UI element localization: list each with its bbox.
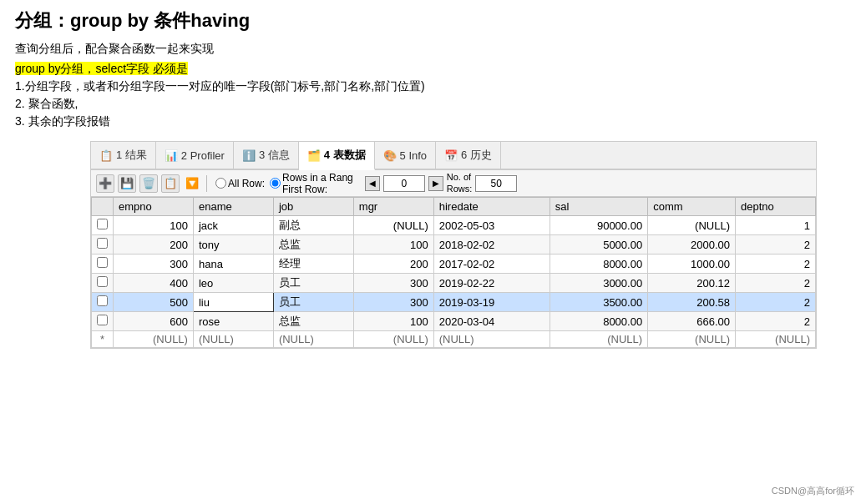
checkbox-input[interactable] bbox=[97, 238, 108, 249]
tab-tabledata[interactable]: 🗂️ 4 表数据 bbox=[299, 142, 375, 170]
cell-empno: (NULL) bbox=[114, 331, 194, 348]
rows-range-radio-label[interactable]: Rows in a RangFirst Row: bbox=[270, 172, 353, 195]
cell-ename: (NULL) bbox=[193, 331, 273, 348]
table-row: 400leo员工3002019-02-223000.00200.122 bbox=[92, 274, 816, 293]
cell-empno: 400 bbox=[114, 274, 194, 293]
row-checkbox[interactable]: * bbox=[92, 331, 114, 348]
tab-profiler[interactable]: 📊 2 Profiler bbox=[156, 142, 234, 169]
results-icon: 📋 bbox=[99, 149, 113, 162]
cell-comm: 2000.00 bbox=[648, 235, 736, 255]
cell-deptno: 2 bbox=[736, 274, 816, 293]
cell-ename: tony bbox=[193, 235, 273, 255]
checkbox-input[interactable] bbox=[97, 295, 108, 306]
cell-mgr: 100 bbox=[353, 312, 433, 331]
cell-sal: 90000.00 bbox=[550, 216, 647, 235]
filter-icon[interactable]: 🔽 bbox=[183, 174, 201, 193]
cell-mgr: (NULL) bbox=[353, 331, 433, 348]
cell-hiredate: 2018-02-02 bbox=[433, 235, 550, 255]
tab-info3-label: 3 信息 bbox=[259, 148, 290, 163]
add-row-btn[interactable]: ➕ bbox=[96, 174, 114, 193]
prev-btn[interactable]: ◀ bbox=[365, 176, 380, 191]
cell-ename: liu bbox=[193, 293, 273, 312]
tab-info5[interactable]: 🎨 5 Info bbox=[375, 142, 437, 169]
cell-mgr: 300 bbox=[353, 274, 433, 293]
row-count-input[interactable] bbox=[475, 175, 517, 192]
row-checkbox[interactable] bbox=[92, 216, 114, 235]
tab-tabledata-label: 4 表数据 bbox=[324, 148, 366, 163]
cell-comm: (NULL) bbox=[648, 216, 736, 235]
tab-history[interactable]: 📅 6 历史 bbox=[436, 142, 501, 169]
table-panel: 📋 1 结果 📊 2 Profiler ℹ️ 3 信息 🗂️ 4 表数据 🎨 5… bbox=[90, 141, 817, 349]
cell-job: 副总 bbox=[273, 216, 353, 235]
cell-comm: (NULL) bbox=[648, 331, 736, 348]
cell-hiredate: 2019-02-22 bbox=[433, 274, 550, 293]
watermark: CSDN@高高for循环 bbox=[772, 485, 854, 497]
duplicate-btn[interactable]: 📋 bbox=[161, 174, 180, 193]
profiler-icon: 📊 bbox=[165, 149, 178, 162]
next-btn[interactable]: ▶ bbox=[428, 176, 443, 191]
col-checkbox bbox=[92, 198, 114, 216]
rows-range-text: Rows in a RangFirst Row: bbox=[282, 172, 353, 195]
col-ename: ename bbox=[193, 198, 273, 216]
cell-ename: rose bbox=[193, 312, 273, 331]
cell-job: (NULL) bbox=[273, 331, 353, 348]
table-row: 500liu员工3002019-03-193500.00200.582 bbox=[92, 293, 816, 312]
cell-mgr: 200 bbox=[353, 255, 433, 274]
cell-job: 总监 bbox=[273, 312, 353, 331]
cell-deptno: 2 bbox=[736, 293, 816, 312]
row-checkbox[interactable] bbox=[92, 235, 114, 255]
tab-results-label: 1 结果 bbox=[116, 148, 147, 163]
cell-hiredate: 2002-05-03 bbox=[433, 216, 550, 235]
cell-hiredate: (NULL) bbox=[433, 331, 550, 348]
rule-2: 2. 聚合函数, bbox=[15, 97, 846, 112]
row-checkbox[interactable] bbox=[92, 293, 114, 312]
row-start-input[interactable] bbox=[383, 175, 425, 192]
checkbox-input[interactable] bbox=[97, 257, 108, 268]
checkbox-input[interactable] bbox=[97, 315, 108, 325]
cell-job: 员工 bbox=[273, 274, 353, 293]
tab-results[interactable]: 📋 1 结果 bbox=[91, 142, 156, 169]
cell-deptno: 2 bbox=[736, 235, 816, 255]
table-row: 200tony总监1002018-02-025000.002000.002 bbox=[92, 235, 816, 255]
cell-empno: 200 bbox=[114, 235, 194, 255]
highlight-text: group by分组，select字段 必须是 bbox=[15, 62, 846, 77]
cell-sal: 3000.00 bbox=[550, 274, 647, 293]
page-title: 分组：group by 条件having bbox=[15, 8, 846, 33]
rule-3: 3. 其余的字段报错 bbox=[15, 114, 846, 129]
table-row: 100jack副总(NULL)2002-05-0390000.00(NULL)1 bbox=[92, 216, 816, 235]
info5-icon: 🎨 bbox=[383, 149, 397, 162]
delete-btn[interactable]: 🗑️ bbox=[139, 174, 158, 193]
cell-mgr: 300 bbox=[353, 293, 433, 312]
cell-deptno: 1 bbox=[736, 216, 816, 235]
tab-history-label: 6 历史 bbox=[461, 148, 492, 163]
col-mgr: mgr bbox=[353, 198, 433, 216]
checkbox-input[interactable] bbox=[97, 219, 108, 229]
table-row: 300hana经理2002017-02-028000.001000.002 bbox=[92, 255, 816, 274]
tab-info3[interactable]: ℹ️ 3 信息 bbox=[234, 142, 299, 169]
cell-hiredate: 2017-02-02 bbox=[433, 255, 550, 274]
rule-1: 1.分组字段，或者和分组字段一一对应的唯一字段(部门标号,部门名称,部门位置) bbox=[15, 79, 846, 94]
cell-empno: 500 bbox=[114, 293, 194, 312]
all-row-radio[interactable] bbox=[215, 178, 226, 189]
row-checkbox[interactable] bbox=[92, 255, 114, 274]
subtitle: 查询分组后，配合聚合函数一起来实现 bbox=[15, 42, 846, 57]
all-row-radio-label[interactable]: All Row: bbox=[215, 178, 265, 189]
cell-deptno: 2 bbox=[736, 312, 816, 331]
checkbox-input[interactable] bbox=[97, 276, 108, 287]
row-checkbox[interactable] bbox=[92, 312, 114, 331]
col-deptno: deptno bbox=[736, 198, 816, 216]
cell-comm: 666.00 bbox=[648, 312, 736, 331]
all-row-text: All Row: bbox=[228, 178, 265, 189]
save-btn[interactable]: 💾 bbox=[118, 174, 136, 193]
row-checkbox[interactable] bbox=[92, 274, 114, 293]
rows-range-radio[interactable] bbox=[270, 178, 281, 189]
cell-mgr: 100 bbox=[353, 235, 433, 255]
tab-info5-label: 5 Info bbox=[400, 149, 428, 162]
col-hiredate: hiredate bbox=[433, 198, 550, 216]
cell-ename: jack bbox=[193, 216, 273, 235]
cell-job: 经理 bbox=[273, 255, 353, 274]
cell-ename: hana bbox=[193, 255, 273, 274]
tab-bar: 📋 1 结果 📊 2 Profiler ℹ️ 3 信息 🗂️ 4 表数据 🎨 5… bbox=[91, 142, 816, 170]
table-header-row: empno ename job mgr hiredate sal comm de… bbox=[92, 198, 816, 216]
col-comm: comm bbox=[648, 198, 736, 216]
